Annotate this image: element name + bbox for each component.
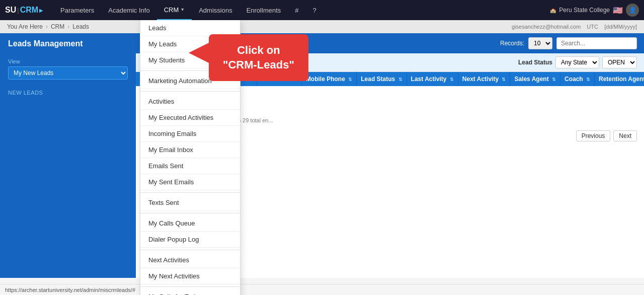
nav-crm[interactable]: CRM ▼ (157, 0, 192, 20)
dropdown-divider-3 (140, 192, 240, 193)
next-button[interactable]: Next (613, 130, 637, 141)
view-select[interactable]: My New Leads (8, 66, 128, 80)
search-input[interactable] (556, 37, 637, 49)
breadcrumb-you-are-here: You Are Here (7, 23, 43, 30)
date-format: [dd/MM/yyyy] (604, 24, 637, 30)
nav-academic-info[interactable]: Academic Info (101, 0, 156, 20)
dropdown-next-activities[interactable]: Next Activities (140, 252, 240, 268)
dropdown-my-calls-for-today[interactable]: My Calls for Today (140, 289, 240, 295)
status-url: https://archer.startuniversity.net/admin… (5, 287, 135, 293)
sort-lead-status: ⇅ (398, 77, 403, 82)
nav-hash[interactable]: # (288, 0, 305, 20)
dropdown-my-sent-emails[interactable]: My Sent Emails (140, 174, 240, 190)
state-filter[interactable]: Any State (555, 56, 599, 68)
col-next-activity[interactable]: Next Activity ⇅ (458, 72, 510, 86)
open-filter[interactable]: OPEN (602, 56, 637, 68)
dropdown-incoming-emails[interactable]: Incoming Emails (140, 126, 240, 142)
previous-button[interactable]: Previous (576, 130, 611, 141)
flag-icon: 🇺🇸 (613, 6, 623, 15)
dropdown-texts-sent[interactable]: Texts Sent (140, 195, 240, 211)
breadcrumb-sep1: › (46, 23, 48, 30)
crm-dropdown-arrow: ▼ (180, 7, 185, 12)
lead-status-label: Lead Status (518, 59, 552, 66)
logo-crm: CRM (20, 6, 38, 15)
main-content: Leads Management View My New Leads New L… (0, 33, 644, 278)
nav-parameters[interactable]: Parameters (53, 0, 101, 20)
col-datetime[interactable]: Date Time ⇅ (257, 72, 301, 86)
dropdown-my-next-activities[interactable]: My Next Activities (140, 268, 240, 284)
user-email: gisesanchezz@hotmail.com (512, 24, 581, 30)
col-coach[interactable]: Coach ⇅ (560, 72, 595, 86)
col-last-activity[interactable]: Last Activity ⇅ (407, 72, 458, 86)
school-icon: 🏫 (550, 8, 556, 13)
dropdown-my-email-inbox[interactable]: My Email Inbox (140, 142, 240, 158)
dropdown-leads[interactable]: Leads (140, 20, 240, 36)
dropdown-dialer-popup-log[interactable]: Dialer Popup Log (140, 232, 240, 248)
status-bar: https://archer.startuniversity.net/admin… (0, 284, 644, 295)
breadcrumb-crm[interactable]: CRM (51, 23, 64, 30)
dropdown-my-students[interactable]: My Students (140, 52, 240, 68)
dropdown-divider-2 (140, 91, 240, 92)
dropdown-divider-5 (140, 250, 240, 250)
col-retention-agent[interactable]: Retention Agent ⇅ (595, 72, 644, 86)
dropdown-divider-4 (140, 213, 240, 213)
sort-next-activity: ⇅ (502, 77, 506, 82)
crm-dropdown-menu: Leads My Leads My Students Marketing Aut… (140, 20, 240, 295)
lead-status-section: Lead Status Any State OPEN (518, 56, 637, 68)
breadcrumb-sep2: › (67, 23, 69, 30)
sort-datetime: ⇅ (293, 77, 297, 82)
breadcrumb-leads: Leads (72, 23, 89, 30)
nav-items: Parameters Academic Info CRM ▼ Admission… (53, 0, 550, 20)
records-label: Records: (500, 40, 524, 47)
new-leads-label: New Leads (0, 88, 136, 98)
dropdown-my-calls-queue[interactable]: My Calls Queue (140, 215, 240, 232)
logo: SU | CRM ▶ (5, 6, 43, 15)
col-sales-agent[interactable]: Sales Agent ⇅ (510, 72, 560, 86)
breadcrumb: You Are Here › CRM › Leads gisesanchezz@… (0, 20, 644, 33)
user-info: 🏫 Peru State College 🇺🇸 👤 (550, 4, 639, 17)
top-nav: SU | CRM ▶ Parameters Academic Info CRM … (0, 0, 644, 20)
col-lead-status[interactable]: Lead Status ⇅ (357, 72, 407, 86)
records-select[interactable]: 10 (528, 37, 552, 49)
sidebar-header: Leads Management (0, 33, 136, 54)
logo-su: SU (5, 6, 16, 15)
avatar[interactable]: 👤 (626, 4, 639, 17)
sort-last-activity: ⇅ (450, 77, 454, 82)
sort-name: ⇅ (249, 77, 253, 82)
dropdown-emails-sent[interactable]: Emails Sent (140, 158, 240, 174)
dropdown-marketing-automation[interactable]: Marketing Automation (140, 73, 240, 89)
sort-mobile: ⇅ (348, 77, 352, 82)
view-section: View My New Leads (0, 54, 136, 84)
dropdown-divider-6 (140, 286, 240, 287)
timezone: UTC (587, 24, 598, 30)
logo-pipe: | (17, 7, 19, 14)
sidebar-new-leads: New Leads (0, 84, 136, 102)
user-session-info: gisesanchezz@hotmail.com UTC [dd/MM/yyyy… (512, 24, 637, 30)
sort-sales-agent: ⇅ (552, 77, 556, 82)
nav-help[interactable]: ? (306, 0, 324, 20)
nav-admissions[interactable]: Admissions (192, 0, 239, 20)
col-mobile[interactable]: Mobile Phone ⇅ (301, 72, 356, 86)
logo-icon: ▶ (39, 8, 43, 13)
dropdown-my-leads[interactable]: My Leads (140, 36, 240, 52)
dropdown-activities[interactable]: Activities (140, 94, 240, 110)
toolbar-right: Records: 10 (500, 37, 637, 49)
dropdown-divider-1 (140, 70, 240, 71)
sort-coach: ⇅ (586, 77, 590, 82)
nav-enrollments[interactable]: Enrollments (239, 0, 288, 20)
sidebar: Leads Management View My New Leads New L… (0, 33, 136, 278)
avatar-icon: 👤 (629, 7, 636, 14)
view-label: View (8, 58, 128, 64)
dropdown-my-executed-activities[interactable]: My Executed Activities (140, 110, 240, 126)
school-name: Peru State College (559, 7, 610, 14)
